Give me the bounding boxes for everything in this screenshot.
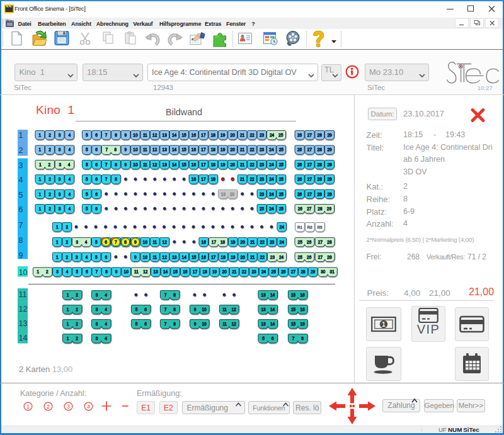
svg-text:4: 4 <box>68 192 71 196</box>
svg-text:20: 20 <box>230 192 235 196</box>
svg-text:10: 10 <box>19 268 28 277</box>
svg-text:11: 11 <box>143 133 147 137</box>
svg-text:10: 10 <box>124 269 129 274</box>
svg-text:11: 11 <box>152 255 157 259</box>
svg-text:11: 11 <box>143 162 147 167</box>
svg-text:16: 16 <box>300 322 305 326</box>
svg-text:2: 2 <box>76 336 78 341</box>
svg-text:2: 2 <box>49 206 51 211</box>
svg-text:15: 15 <box>291 307 296 312</box>
svg-text:25: 25 <box>279 192 284 196</box>
svg-text:16: 16 <box>192 162 197 167</box>
svg-text:21: 21 <box>250 255 255 259</box>
svg-text:3: 3 <box>76 255 78 259</box>
svg-text:1: 1 <box>39 133 42 137</box>
svg-text:27: 27 <box>307 192 312 196</box>
svg-text:28: 28 <box>301 269 306 274</box>
svg-text:14: 14 <box>172 147 177 152</box>
svg-text:19: 19 <box>220 133 226 137</box>
svg-text:2: 2 <box>76 293 78 297</box>
svg-text:15: 15 <box>181 133 186 137</box>
svg-text:27: 27 <box>307 177 312 181</box>
svg-text:18: 18 <box>211 147 216 152</box>
svg-text:25: 25 <box>272 269 277 274</box>
svg-text:14: 14 <box>163 269 168 274</box>
svg-text:12: 12 <box>163 255 168 259</box>
svg-text:5: 5 <box>86 147 88 152</box>
svg-text:11: 11 <box>222 307 227 312</box>
svg-text:3: 3 <box>19 161 23 170</box>
svg-text:7: 7 <box>164 322 167 326</box>
svg-text:13: 13 <box>163 162 168 167</box>
svg-text:13: 13 <box>19 319 28 328</box>
svg-text:28: 28 <box>318 133 323 137</box>
svg-text:14: 14 <box>270 307 275 312</box>
svg-text:17: 17 <box>201 177 206 181</box>
svg-text:28: 28 <box>327 240 332 244</box>
svg-text:3: 3 <box>59 206 61 211</box>
svg-text:4: 4 <box>68 147 71 152</box>
svg-text:21: 21 <box>240 147 245 152</box>
svg-text:R1: R1 <box>297 225 302 229</box>
svg-text:23: 23 <box>260 162 265 167</box>
svg-text:28: 28 <box>318 206 323 211</box>
svg-text:25: 25 <box>279 147 284 152</box>
svg-text:27: 27 <box>307 133 312 137</box>
svg-text:12: 12 <box>19 305 28 314</box>
svg-text:9: 9 <box>134 240 137 244</box>
svg-text:5: 5 <box>86 177 88 181</box>
svg-text:10: 10 <box>133 147 138 152</box>
svg-text:4: 4 <box>87 404 90 410</box>
svg-text:21: 21 <box>240 162 245 167</box>
svg-text:1: 1 <box>39 162 42 167</box>
svg-text:13: 13 <box>153 269 158 274</box>
svg-text:4: 4 <box>68 162 71 167</box>
svg-text:21: 21 <box>250 240 255 244</box>
svg-text:24: 24 <box>280 240 285 244</box>
svg-text:17: 17 <box>193 269 198 274</box>
svg-text:22: 22 <box>249 147 255 152</box>
svg-text:6: 6 <box>144 307 147 312</box>
svg-text:10: 10 <box>133 162 138 167</box>
svg-text:1: 1 <box>39 177 42 181</box>
svg-text:12: 12 <box>152 147 158 152</box>
svg-text:8: 8 <box>173 293 176 297</box>
svg-text:31: 31 <box>330 269 335 274</box>
svg-text:23: 23 <box>260 133 265 137</box>
svg-text:7: 7 <box>105 147 108 152</box>
svg-text:1: 1 <box>67 336 69 341</box>
svg-text:6: 6 <box>105 240 107 244</box>
svg-text:27: 27 <box>307 206 312 211</box>
svg-text:4: 4 <box>19 176 23 184</box>
svg-text:2: 2 <box>19 146 23 155</box>
svg-text:14: 14 <box>270 293 275 297</box>
svg-text:4: 4 <box>105 336 107 341</box>
svg-text:4: 4 <box>85 255 88 259</box>
svg-text:3: 3 <box>59 162 61 167</box>
svg-text:1: 1 <box>39 206 42 211</box>
svg-text:20: 20 <box>231 162 236 167</box>
svg-text:6: 6 <box>95 177 98 181</box>
svg-text:16: 16 <box>192 147 197 152</box>
svg-text:11: 11 <box>19 290 27 299</box>
svg-text:25: 25 <box>279 162 284 167</box>
svg-text:21: 21 <box>240 133 245 137</box>
svg-text:26: 26 <box>298 206 303 211</box>
svg-text:4: 4 <box>66 269 69 274</box>
svg-text:23: 23 <box>270 240 275 244</box>
svg-text:26: 26 <box>307 240 312 244</box>
svg-text:27: 27 <box>291 269 296 274</box>
svg-text:9: 9 <box>134 255 137 259</box>
svg-text:7: 7 <box>19 221 23 230</box>
svg-text:21: 21 <box>232 269 237 274</box>
svg-text:2: 2 <box>76 322 78 326</box>
svg-text:10:27: 10:27 <box>478 84 493 91</box>
svg-text:6: 6 <box>19 205 23 214</box>
svg-text:1: 1 <box>56 255 59 259</box>
svg-text:2: 2 <box>66 255 68 259</box>
svg-text:26: 26 <box>281 269 286 274</box>
svg-text:2: 2 <box>49 133 51 137</box>
svg-text:10: 10 <box>202 307 207 312</box>
svg-text:20: 20 <box>222 269 227 274</box>
svg-text:17: 17 <box>201 147 206 152</box>
